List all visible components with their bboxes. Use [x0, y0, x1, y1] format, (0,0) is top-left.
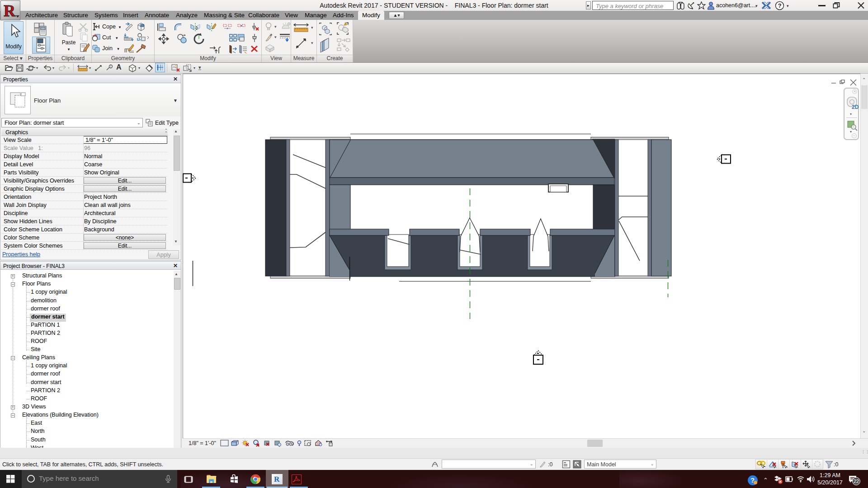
svg-text:?: ?	[778, 2, 782, 9]
svg-text:R: R	[4, 2, 16, 20]
svg-text:2D: 2D	[852, 104, 859, 110]
